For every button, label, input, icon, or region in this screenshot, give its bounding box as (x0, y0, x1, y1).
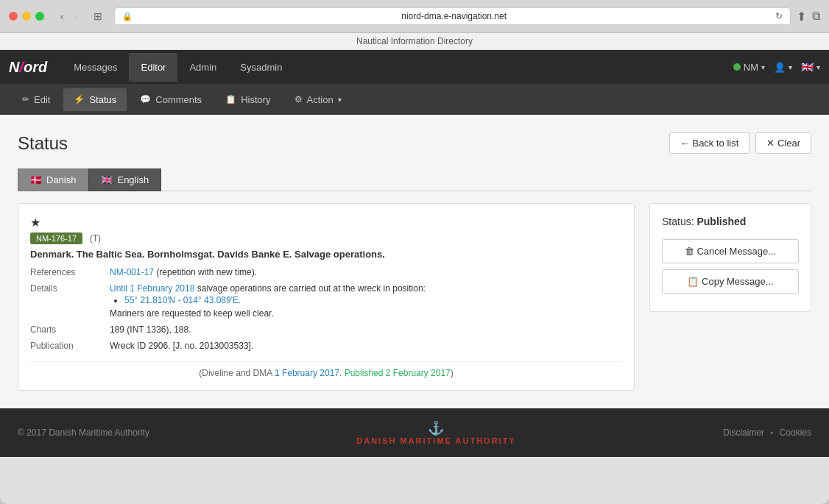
footer-disclaimer[interactable]: Disclaimer (723, 427, 764, 439)
browser-window: ‹ › ⊞ 🔒 niord-dma.e-navigation.net ↻ ⬆ ⧉… (0, 0, 829, 504)
footer-logo-text: Danish Maritime Authority (356, 436, 515, 445)
clear-button[interactable]: ✕ Clear (755, 132, 811, 154)
minimize-button[interactable] (22, 12, 31, 21)
content-layout: ★ NM-176-17 (T) Denmark. The Baltic Sea.… (18, 203, 811, 391)
back-to-list-button[interactable]: ← Back to list (669, 132, 749, 154)
footer-links: Disclaimer • Cookies (723, 427, 811, 439)
status-menu-button[interactable]: NM ▾ (733, 62, 765, 73)
browser-titlebar: ‹ › ⊞ 🔒 niord-dma.e-navigation.net ↻ ⬆ ⧉ (0, 0, 829, 33)
subnav-edit[interactable]: ✏ Edit (12, 88, 60, 111)
pub-date1: 1 February 2017 (275, 368, 339, 378)
main-nav: Messages Editor Admin Sysadmin (62, 53, 294, 82)
reload-button[interactable]: ↻ (775, 11, 783, 21)
info-bar: Nautical Information Directory (0, 33, 829, 50)
content-sidebar: Status: Published 🗑 Cancel Message... 📋 … (649, 203, 811, 391)
nav-admin[interactable]: Admin (177, 53, 228, 82)
maximize-button[interactable] (35, 12, 44, 21)
footer-anchor-icon: ⚓ (428, 420, 444, 436)
user-dropdown-arrow: ▾ (789, 63, 792, 71)
user-menu-button[interactable]: 👤 ▾ (774, 62, 792, 73)
lock-icon: 🔒 (122, 12, 133, 21)
english-label: English (117, 174, 149, 185)
flag-gb-tab-icon: 🇬🇧 (101, 174, 113, 185)
main-navbar: N/ord Messages Editor Admin Sysadmin NM … (0, 50, 829, 84)
copy-message-button[interactable]: 📋 Copy Message... (662, 269, 799, 294)
page-title: Status (18, 133, 68, 154)
footer-separator: • (770, 427, 774, 439)
references-label: References (30, 266, 104, 279)
lang-dropdown-arrow: ▾ (816, 63, 820, 71)
logo-text: N/ord (9, 59, 47, 76)
edit-icon: ✏ (22, 94, 29, 104)
url-display: niord-dma.e-navigation.net (137, 11, 771, 21)
publication-footer: (Diveline and DMA 1 February 2017. Publi… (30, 361, 622, 378)
message-title: Denmark. The Baltic Sea. Bornholmsgat. D… (30, 249, 622, 260)
new-tab-button[interactable]: ⧉ (812, 10, 820, 24)
tab-title: Nautical Information Directory (356, 36, 473, 46)
details-note: Mariners are requested to keep well clea… (110, 308, 622, 319)
references-link[interactable]: NM-001-17 (110, 267, 154, 277)
tabs-filler (161, 168, 811, 191)
page-header: Status ← Back to list ✕ Clear (18, 132, 811, 154)
status-line: Status: Published (662, 216, 799, 227)
main-content: Status ← Back to list ✕ Clear 🇩🇰 Danish … (0, 115, 829, 408)
back-nav-button[interactable]: ‹ (56, 9, 68, 24)
charts-value: 189 (INT 1336), 188. (110, 323, 622, 336)
details-date: Until 1 February 2018 (110, 283, 194, 294)
status-value: Published (696, 216, 746, 227)
sub-navbar: ✏ Edit ⚡ Status 💬 Comments 📋 History ⚙ A… (0, 84, 829, 115)
browser-actions: ⬆ ⧉ (797, 10, 820, 24)
action-icon: ⚙ (294, 94, 303, 104)
status-icon: ⚡ (74, 94, 85, 104)
status-label-text: Status: (662, 216, 694, 227)
nav-sysadmin[interactable]: Sysadmin (228, 53, 294, 82)
close-button[interactable] (9, 12, 18, 21)
sidebar-card: Status: Published 🗑 Cancel Message... 📋 … (649, 203, 811, 312)
footer-cookies[interactable]: Cookies (780, 427, 811, 439)
danish-label: Danish (46, 174, 76, 185)
header-buttons: ← Back to list ✕ Clear (669, 132, 811, 154)
footer-copyright: © 2017 Danish Maritime Authority (18, 427, 149, 438)
forward-nav-button[interactable]: › (70, 9, 82, 24)
star-icon: ★ (30, 216, 622, 230)
message-header: NM-176-17 (T) (30, 233, 622, 244)
status-label: NM (744, 62, 758, 73)
sidebar-toggle-button[interactable]: ⊞ (88, 9, 108, 24)
action-dropdown-arrow: ▾ (338, 96, 342, 104)
content-main: ★ NM-176-17 (T) Denmark. The Baltic Sea.… (18, 203, 635, 391)
logo: N/ord (9, 59, 47, 76)
flag-icon: 🇬🇧 (801, 61, 814, 73)
language-tabs: 🇩🇰 Danish 🇬🇧 English (18, 168, 811, 191)
charts-label: Charts (30, 323, 104, 336)
status-dropdown-arrow: ▾ (761, 63, 765, 71)
address-bar[interactable]: 🔒 niord-dma.e-navigation.net ↻ (114, 7, 791, 25)
publication-label: Publication (30, 339, 104, 352)
pub-date2: Published 2 February 2017 (345, 368, 451, 378)
share-button[interactable]: ⬆ (797, 10, 806, 24)
publication-value: Wreck ID 2906. [J. no. 2013003533]. (110, 339, 622, 352)
subnav-status[interactable]: ⚡ Status (63, 88, 127, 111)
flag-dk-icon: 🇩🇰 (30, 174, 42, 185)
subnav-comments[interactable]: 💬 Comments (130, 88, 212, 111)
traffic-lights (9, 12, 44, 21)
tab-danish[interactable]: 🇩🇰 Danish (18, 168, 88, 191)
history-icon: 📋 (225, 94, 236, 104)
cancel-message-button[interactable]: 🗑 Cancel Message... (662, 239, 799, 263)
tab-english[interactable]: 🇬🇧 English (88, 168, 161, 191)
message-type: (T) (90, 233, 101, 244)
comments-icon: 💬 (140, 94, 151, 104)
message-badge: NM-176-17 (30, 233, 82, 244)
details-label: Details (30, 282, 104, 320)
subnav-action[interactable]: ⚙ Action ▾ (284, 88, 352, 111)
message-card: ★ NM-176-17 (T) Denmark. The Baltic Sea.… (18, 203, 635, 391)
references-value: NM-001-17 (repetition with new time). (110, 266, 622, 279)
message-fields: References NM-001-17 (repetition with ne… (30, 266, 622, 352)
nav-buttons: ‹ › (56, 9, 82, 24)
language-menu-button[interactable]: 🇬🇧 ▾ (801, 61, 820, 73)
coords: 55° 21.810'N - 014° 43.089'E. (124, 295, 241, 305)
nav-editor[interactable]: Editor (129, 53, 177, 82)
nav-messages[interactable]: Messages (62, 53, 129, 82)
subnav-history[interactable]: 📋 History (215, 88, 281, 111)
user-icon: 👤 (774, 62, 786, 73)
main-footer: © 2017 Danish Maritime Authority ⚓ Danis… (0, 408, 829, 457)
